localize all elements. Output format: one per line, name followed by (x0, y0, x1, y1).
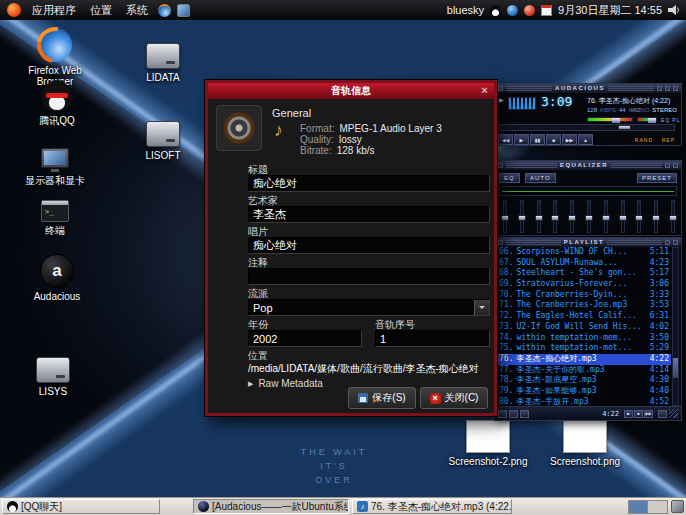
eq-preset-button[interactable]: PRESET (637, 173, 677, 183)
workspace-2[interactable] (648, 501, 667, 513)
playlist-row[interactable]: 67.SOUL ASYLUM-Runawa...4:23 (497, 258, 671, 269)
dialog-titlebar[interactable]: 音轨信息 × (208, 83, 494, 99)
menu-applications[interactable]: 应用程序 (25, 0, 83, 20)
playlist-select-button[interactable] (520, 410, 529, 418)
main-titlebar[interactable]: AUDACIOUS (495, 84, 681, 93)
menu-system[interactable]: 系统 (119, 0, 155, 20)
desktop-icon-lidata[interactable]: LIDATA (120, 38, 206, 83)
eq-band-slider[interactable] (570, 200, 574, 233)
eq-band-slider[interactable] (637, 200, 641, 233)
eq-toggle[interactable]: EQ (661, 117, 670, 123)
eq-on-button[interactable]: EQ (499, 173, 520, 183)
eq-band-slider[interactable] (520, 200, 524, 233)
playlist-row[interactable]: 66.Scorpions-WIND OF CH...5:11 (497, 247, 671, 258)
position-knob[interactable] (618, 125, 631, 130)
desktop-icon-lisys[interactable]: LISYS (10, 352, 96, 397)
song-title-marquee[interactable]: 76. 李圣杰-痴心绝对 (4:22) (587, 96, 679, 105)
playlist-row[interactable]: 74.within temptation-mem...3:50 (497, 333, 671, 344)
audacious-main-window[interactable]: AUDACIOUS ▶ 3:09 76. 李圣杰-痴心绝对 (4:22) 128… (494, 83, 682, 146)
taskbar-item-song[interactable]: ♪ 76. 李圣杰-痴心绝对.mp3 (4:22... (352, 499, 512, 514)
tray-icon[interactable] (524, 5, 535, 16)
menu-button[interactable] (498, 240, 503, 245)
playlist-remove-button[interactable] (509, 410, 518, 418)
volume-icon[interactable] (668, 5, 680, 15)
playlist-row[interactable]: 72.The Eagles-Hotel Calif...6:31 (497, 311, 671, 322)
comment-field[interactable] (248, 268, 490, 285)
time-display[interactable]: 3:09 (541, 94, 572, 109)
playlist-row-current[interactable]: 76.李圣杰-痴心绝对.mp34:22 (497, 354, 671, 365)
prev-button[interactable]: ◀◀ (498, 134, 513, 145)
year-field[interactable] (248, 330, 362, 347)
distro-menu-icon[interactable] (7, 3, 21, 17)
volume-knob[interactable] (612, 118, 620, 123)
workspace-1[interactable] (629, 501, 648, 513)
firefox-launcher-icon[interactable] (158, 4, 171, 17)
taskbar-item-audacious[interactable]: [Audacious——一款Ubuntu系统... (193, 499, 349, 514)
playlist-row[interactable]: 75.within temptation-mot...5:29 (497, 343, 671, 354)
title-field[interactable] (248, 175, 490, 192)
eq-band-slider[interactable] (537, 200, 541, 233)
eq-band-slider[interactable] (604, 200, 608, 233)
mini-next-button[interactable]: ▶▶ (644, 410, 653, 418)
artist-field[interactable] (248, 206, 490, 223)
desktop-icon-lisoft[interactable]: LISOFT (120, 116, 206, 161)
eq-band-slider[interactable] (621, 200, 625, 233)
menu-places[interactable]: 位置 (83, 0, 119, 20)
clock[interactable]: 9月30日星期二 14:55 (558, 3, 662, 18)
shuffle-toggle[interactable]: RAND (635, 137, 653, 143)
eq-auto-button[interactable]: AUTO (525, 173, 556, 183)
audacious-equalizer-window[interactable]: EQUALIZER EQ AUTO PRESET (494, 160, 682, 236)
desktop-icon-qq[interactable]: 腾讯QQ (14, 80, 100, 126)
balance-slider[interactable] (637, 117, 657, 122)
playlist-add-button[interactable] (498, 410, 507, 418)
close-button[interactable] (673, 240, 678, 245)
shade-button[interactable] (665, 240, 670, 245)
eq-band-slider[interactable] (671, 200, 675, 233)
raw-metadata-expander[interactable]: ▶ Raw Metadata (248, 378, 323, 389)
position-slider[interactable] (499, 124, 675, 131)
shade-button[interactable] (665, 86, 670, 91)
eq-band-slider[interactable] (587, 200, 591, 233)
minimize-button[interactable] (657, 86, 662, 91)
qq-tray-icon[interactable] (490, 5, 501, 16)
file-screenshot[interactable]: Screenshot.png (540, 420, 630, 467)
album-field[interactable] (248, 237, 490, 254)
playlist-row[interactable]: 69.Stratovarius-Forever...3:06 (497, 279, 671, 290)
eq-band-slider[interactable] (654, 200, 658, 233)
desktop-icon-display[interactable]: 显示器和显卡 (12, 148, 98, 186)
taskbar-corner-icon[interactable] (671, 500, 684, 513)
close-button[interactable] (673, 163, 678, 168)
username[interactable]: bluesky (447, 4, 484, 16)
save-button[interactable]: 保存(S) (348, 387, 416, 409)
audacious-playlist-window[interactable]: PLAYLIST 66.Scorpions-WIND OF CH...5:11 … (494, 237, 682, 421)
desktop-icon-firefox[interactable]: Firefox Web Browser (12, 28, 98, 87)
eq-preamp-slider[interactable] (503, 200, 507, 233)
mini-play-button[interactable]: ▶ (624, 410, 633, 418)
desktop-icon-audacious[interactable]: a Audacious (14, 254, 100, 302)
location-value[interactable]: /media/LIDATA/媒体/歌曲/流行歌曲/李圣杰-痴心绝对 (248, 362, 490, 376)
eject-button[interactable]: ▲ (578, 134, 593, 145)
close-button[interactable]: × 关闭(C) (420, 387, 488, 409)
equalizer-titlebar[interactable]: EQUALIZER (495, 161, 681, 170)
volume-slider[interactable] (587, 117, 633, 122)
dialog-close-button[interactable]: × (478, 84, 491, 97)
playlist-tracks[interactable]: 66.Scorpions-WIND OF CH...5:11 67.SOUL A… (497, 247, 671, 406)
playlist-titlebar[interactable]: PLAYLIST (495, 238, 681, 247)
genre-combobox[interactable]: Pop (248, 299, 490, 316)
playlist-row[interactable]: 68.Steelheart - She's gon...5:17 (497, 268, 671, 279)
close-button[interactable] (673, 86, 678, 91)
file-screenshot-2[interactable]: Screenshot-2.png (443, 420, 533, 467)
scrollbar-thumb[interactable] (673, 358, 678, 378)
mini-stop-button[interactable]: ■ (634, 410, 643, 418)
playlist-list-button[interactable] (658, 410, 667, 418)
shade-button[interactable] (665, 163, 670, 168)
menu-button[interactable] (498, 163, 503, 168)
repeat-toggle[interactable]: REP (662, 137, 675, 143)
taskbar-item-qq[interactable]: [QQ聊天] (2, 499, 160, 514)
spectrum-visualizer[interactable] (508, 97, 536, 110)
playlist-row[interactable]: 77.李圣杰-关于你的歌.mp34:14 (497, 365, 671, 376)
playlist-row[interactable]: 78.李圣杰-眼底星空.mp34:30 (497, 375, 671, 386)
playlist-row[interactable]: 70.The Cranberries-Dyin...3:33 (497, 290, 671, 301)
next-button[interactable]: ▶▶ (562, 134, 577, 145)
audacious-tray-icon[interactable] (507, 5, 518, 16)
